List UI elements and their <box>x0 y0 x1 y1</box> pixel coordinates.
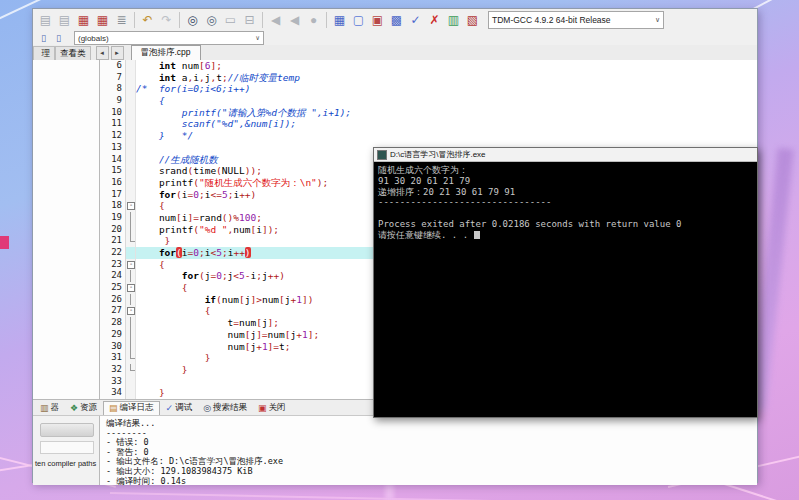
print-icon[interactable]: ≣ <box>113 12 130 29</box>
globals-select-label: (globals) <box>78 34 109 43</box>
fold-margin <box>126 60 136 72</box>
refresh-icon[interactable]: ● <box>305 12 322 29</box>
tab-search-results-icon: ◎ <box>203 403 211 413</box>
line-number: 6 <box>100 60 126 72</box>
console-line: 递增排序：20 21 30 61 79 91 <box>378 187 753 198</box>
toolbar-separator <box>134 12 135 28</box>
fold-margin <box>126 364 136 376</box>
dock-tab-label: 查看类 <box>60 48 86 60</box>
line-number: 26 <box>100 294 126 306</box>
line-number: 10 <box>100 107 126 119</box>
editor-tab-active[interactable]: 冒泡排序.cpp <box>131 45 201 60</box>
line-number: 20 <box>100 224 126 236</box>
run-icon[interactable]: ▢ <box>350 12 367 29</box>
console-title: D:\c语言学习\冒泡排序.exe <box>390 149 486 160</box>
compile-result-log: 编译结果...--------- 错误: 0- 警告: 0- 输出文件名: D:… <box>100 416 757 485</box>
main-toolbar: ▤▤▦▦≣↶↷◎◎▭⊟◀◀●▦▢▣▩✓✗▥▧ TDM-GCC 4.9.2 64-… <box>33 9 757 32</box>
undo-icon[interactable]: ↶ <box>139 12 156 29</box>
open-icon[interactable]: ▤ <box>56 12 73 29</box>
code-text: int num[6]; <box>136 60 757 72</box>
save-all-icon[interactable]: ▦ <box>94 12 111 29</box>
console-line <box>378 208 753 219</box>
console-title-bar[interactable]: D:\c语言学习\冒泡排序.exe <box>374 148 757 162</box>
dock-tab-classes[interactable]: 查看类 <box>55 46 91 60</box>
fold-margin <box>126 72 136 84</box>
shorten-compiler-paths-label: ten compiler paths <box>35 459 96 468</box>
tab-label: 资源 <box>80 402 97 414</box>
tab-resources-icon: ❖ <box>70 403 78 413</box>
code-text: printf("请输入第%d个数据 ",i+1); <box>136 107 757 119</box>
line-number: 7 <box>100 72 126 84</box>
console-line: Process exited after 0.02186 seconds wit… <box>378 219 753 230</box>
fold-margin <box>126 270 136 282</box>
fold-margin <box>126 212 136 224</box>
line-number: 8 <box>100 83 126 95</box>
compile-icon[interactable]: ▦ <box>331 12 348 29</box>
back-icon[interactable]: ◀ <box>267 12 284 29</box>
code-text: scanf("%d",&num[i]); <box>136 118 757 130</box>
line-number: 24 <box>100 270 126 282</box>
code-text: int a,i,j,t;//临时变量temp <box>136 72 757 84</box>
tab-resources[interactable]: ❖资源 <box>65 401 102 414</box>
new-file-icon[interactable]: ▤ <box>37 12 54 29</box>
code-line-11[interactable]: 11 scanf("%d",&num[i]); <box>100 118 757 130</box>
fold-toggle-icon[interactable]: - <box>126 282 136 294</box>
rebuild-icon[interactable]: ▩ <box>388 12 405 29</box>
fold-toggle-icon[interactable]: - <box>126 259 136 271</box>
line-number: 28 <box>100 317 126 329</box>
fold-toggle-icon[interactable]: - <box>126 305 136 317</box>
class-browser-icon[interactable]: ▯ <box>37 32 50 44</box>
compile-run-icon[interactable]: ▣ <box>369 12 386 29</box>
line-number: 21 <box>100 235 126 247</box>
replace-icon[interactable]: ◎ <box>203 12 220 29</box>
editor-tab-label: 冒泡排序.cpp <box>141 47 191 59</box>
dock-tab-label: 理 <box>42 48 51 60</box>
bookmark-icon[interactable]: ⊟ <box>241 12 258 29</box>
fold-margin <box>126 294 136 306</box>
dock-tab-project[interactable]: 理 <box>33 46 55 60</box>
code-line-10[interactable]: 10 printf("请输入第%d个数据 ",i+1); <box>100 107 757 119</box>
tab-compile-log[interactable]: ▤编译日志 <box>103 401 160 415</box>
code-line-7[interactable]: 7 int a,i,j,t;//临时变量temp <box>100 72 757 84</box>
tab-scroll-left-button[interactable]: ◄ <box>96 46 109 60</box>
wallpaper-magenta-shape <box>0 236 9 249</box>
line-number: 27 <box>100 305 126 317</box>
abort-compile-icon[interactable]: ✗ <box>426 12 443 29</box>
tab-compiler[interactable]: ▥器 <box>35 401 64 414</box>
tab-close[interactable]: ▣关闭 <box>253 401 291 414</box>
tab-debug[interactable]: ✓调试 <box>161 401 198 414</box>
tab-debug-icon: ✓ <box>166 403 174 413</box>
compiler-select[interactable]: TDM-GCC 4.9.2 64-bit Release ∨ <box>488 11 664 29</box>
line-number: 13 <box>100 142 126 154</box>
goto-line-icon[interactable]: ▭ <box>222 12 239 29</box>
code-line-9[interactable]: 9 { <box>100 95 757 107</box>
tab-label: 调试 <box>175 402 192 414</box>
globals-select[interactable]: (globals) ∨ <box>74 31 264 45</box>
project-browser-panel[interactable] <box>33 60 100 399</box>
profile-icon[interactable]: ▥ <box>445 12 462 29</box>
line-number: 11 <box>100 118 126 130</box>
fold-margin <box>126 95 136 107</box>
file-members-icon[interactable]: ▯ <box>52 32 65 44</box>
code-line-8[interactable]: 8/* for(i=0;i<6;i++) <box>100 83 757 95</box>
find-icon[interactable]: ◎ <box>184 12 201 29</box>
tab-scroll-right-button[interactable]: ► <box>111 46 124 60</box>
abort-compilation-button[interactable] <box>40 423 94 437</box>
fold-toggle-icon[interactable]: - <box>126 200 136 212</box>
toolbar-separator <box>179 12 180 28</box>
tab-search-results[interactable]: ◎搜索结果 <box>198 401 252 414</box>
console-window[interactable]: D:\c语言学习\冒泡排序.exe 随机生成六个数字为：91 30 20 61 … <box>373 147 758 418</box>
code-line-6[interactable]: 6 int num[6]; <box>100 60 757 72</box>
fold-margin <box>126 224 136 236</box>
delete-profile-icon[interactable]: ▧ <box>464 12 481 29</box>
fold-margin <box>126 329 136 341</box>
line-number: 22 <box>100 247 126 259</box>
redo-icon[interactable]: ↷ <box>158 12 175 29</box>
code-line-12[interactable]: 12 } */ <box>100 130 757 142</box>
syntax-check-icon[interactable]: ✓ <box>407 12 424 29</box>
fold-margin <box>126 177 136 189</box>
save-icon[interactable]: ▦ <box>75 12 92 29</box>
console-line: 随机生成六个数字为： <box>378 165 753 176</box>
fold-margin <box>126 142 136 154</box>
forward-icon[interactable]: ◀ <box>286 12 303 29</box>
